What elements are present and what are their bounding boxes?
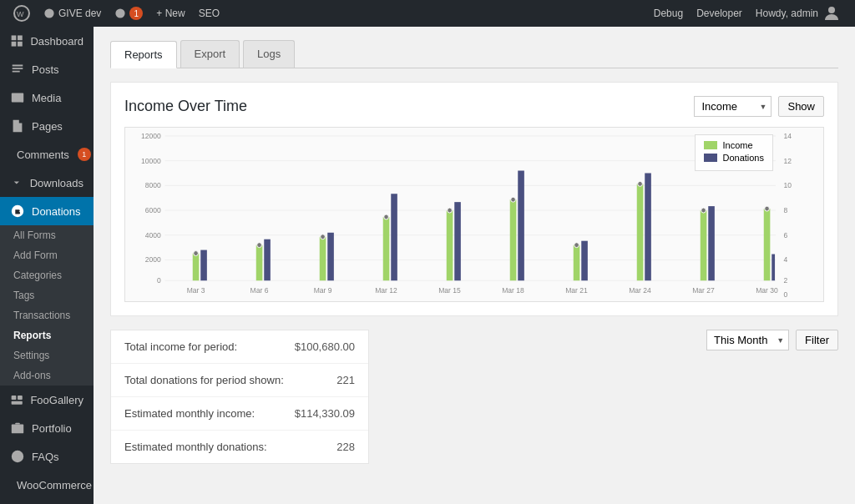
svg-text:Mar 9: Mar 9: [314, 286, 332, 295]
donations-submenu: All Forms Add Form Categories Tags Trans…: [0, 225, 94, 386]
submenu-transactions[interactable]: Transactions: [0, 305, 94, 325]
sidebar-item-downloads[interactable]: Downloads: [0, 169, 94, 197]
svg-text:Mar 6: Mar 6: [250, 286, 269, 295]
svg-rect-69: [772, 255, 775, 281]
svg-rect-48: [327, 233, 334, 280]
adminbar-new[interactable]: + New: [149, 0, 191, 27]
svg-rect-51: [391, 194, 397, 280]
svg-point-2: [116, 8, 125, 18]
tab-logs[interactable]: Logs: [243, 40, 295, 68]
svg-text:10: 10: [784, 181, 792, 189]
svg-point-46: [257, 243, 262, 248]
svg-text:8000: 8000: [145, 181, 161, 189]
svg-rect-45: [264, 239, 271, 281]
svg-rect-66: [708, 206, 715, 280]
svg-text:2000: 2000: [145, 255, 161, 264]
stats-value-2: $114,330.09: [295, 407, 355, 420]
adminbar-notifications[interactable]: 1: [108, 0, 149, 27]
tab-reports[interactable]: Reports: [110, 41, 177, 68]
svg-text:8: 8: [784, 206, 788, 214]
svg-rect-4: [12, 35, 17, 40]
sidebar-item-media[interactable]: Media: [0, 83, 94, 112]
sidebar-item-dashboard[interactable]: Dashboard: [0, 27, 94, 55]
submenu-settings[interactable]: Settings: [0, 345, 94, 365]
tab-export[interactable]: Export: [180, 40, 240, 68]
svg-point-70: [765, 206, 770, 211]
svg-text:Mar 24: Mar 24: [629, 286, 651, 295]
submenu-tags[interactable]: Tags: [0, 285, 94, 305]
svg-text:12000: 12000: [141, 132, 161, 140]
sidebar-item-portfolio[interactable]: Portfolio: [0, 414, 94, 442]
period-select[interactable]: This Month Last Month This Year: [706, 330, 789, 350]
chart-title: Income Over Time: [124, 98, 247, 115]
sidebar-item-woocommerce[interactable]: WooCommerce: [0, 471, 94, 499]
svg-text:?: ?: [16, 453, 20, 461]
comments-badge: 1: [78, 148, 91, 161]
svg-point-3: [828, 7, 835, 13]
chart-legend: Income Donations: [695, 134, 773, 171]
svg-text:Mar 27: Mar 27: [692, 286, 715, 295]
chart-type-select[interactable]: Income Donations: [694, 96, 772, 117]
show-button[interactable]: Show: [778, 96, 824, 117]
svg-text:Mar 15: Mar 15: [438, 286, 461, 295]
submenu-add-ons[interactable]: Add-ons: [0, 365, 94, 386]
svg-rect-14: [12, 425, 23, 434]
sidebar-item-foogallery[interactable]: FooGallery: [0, 386, 94, 414]
sidebar-item-posts[interactable]: Posts: [0, 55, 94, 83]
svg-rect-56: [510, 199, 517, 280]
submenu-categories[interactable]: Categories: [0, 265, 94, 285]
sidebar-item-comments[interactable]: Comments 1: [0, 140, 94, 169]
admin-bar: W GIVE dev 1 + New SEO Debug Developer H…: [0, 0, 855, 27]
chart-container: 12000 10000 8000 6000 4000 2000 0 14 12 …: [124, 127, 824, 302]
tabs-header: Reports Export Logs: [110, 40, 838, 68]
svg-rect-59: [574, 245, 580, 281]
sidebar: Dashboard Posts Media Pages Comments 1 D…: [0, 27, 94, 504]
legend-donations: Donations: [704, 153, 764, 163]
adminbar-howdy[interactable]: Howdy, admin: [749, 0, 848, 27]
submenu-add-form[interactable]: Add Form: [0, 245, 94, 265]
adminbar-debug[interactable]: Debug: [647, 0, 690, 27]
filter-controls: This Month Last Month This Year Filter: [706, 330, 838, 350]
adminbar-developer[interactable]: Developer: [690, 0, 749, 27]
stats-row-1: Total donations for period shown: 221: [111, 364, 368, 397]
submenu-reports[interactable]: Reports: [0, 325, 94, 345]
svg-text:14: 14: [784, 132, 792, 140]
svg-rect-65: [701, 210, 707, 280]
sidebar-item-pages[interactable]: Pages: [0, 112, 94, 140]
svg-rect-54: [454, 202, 461, 280]
svg-text:W: W: [17, 10, 24, 18]
adminbar-seo[interactable]: SEO: [192, 0, 226, 27]
chart-section: Income Over Time Income Donations Show: [110, 82, 838, 316]
svg-text:4: 4: [784, 255, 788, 264]
stats-label-2: Estimated monthly income:: [124, 407, 295, 420]
svg-rect-12: [18, 396, 23, 400]
svg-rect-47: [320, 237, 326, 280]
svg-rect-11: [12, 396, 17, 400]
svg-rect-57: [518, 171, 524, 281]
svg-text:Mar 30: Mar 30: [756, 286, 778, 295]
svg-point-55: [448, 208, 453, 213]
svg-text:2: 2: [784, 276, 788, 285]
svg-text:0: 0: [784, 290, 788, 299]
svg-rect-41: [193, 254, 200, 281]
svg-text:Mar 18: Mar 18: [502, 286, 524, 295]
svg-text:10000: 10000: [141, 156, 161, 164]
svg-rect-44: [256, 245, 263, 281]
svg-text:6000: 6000: [145, 206, 161, 214]
svg-text:12: 12: [784, 156, 792, 164]
sidebar-item-products[interactable]: Products: [0, 499, 94, 504]
adminbar-site[interactable]: GIVE dev: [37, 0, 108, 27]
adminbar-wp-logo[interactable]: W: [7, 0, 37, 27]
stats-label-1: Total donations for period shown:: [124, 374, 336, 386]
svg-text:4000: 4000: [145, 231, 161, 239]
svg-point-61: [574, 243, 579, 248]
stats-value-0: $100,680.00: [295, 340, 355, 353]
legend-income: Income: [704, 140, 764, 150]
stats-label-3: Estimated monthly donations:: [124, 441, 336, 453]
sidebar-item-donations[interactable]: Donations: [0, 197, 94, 225]
svg-rect-60: [581, 241, 588, 281]
svg-text:Mar 21: Mar 21: [565, 286, 588, 295]
sidebar-item-faqs[interactable]: ? FAQs: [0, 442, 94, 471]
filter-button[interactable]: Filter: [796, 330, 838, 350]
submenu-all-forms[interactable]: All Forms: [0, 225, 94, 245]
